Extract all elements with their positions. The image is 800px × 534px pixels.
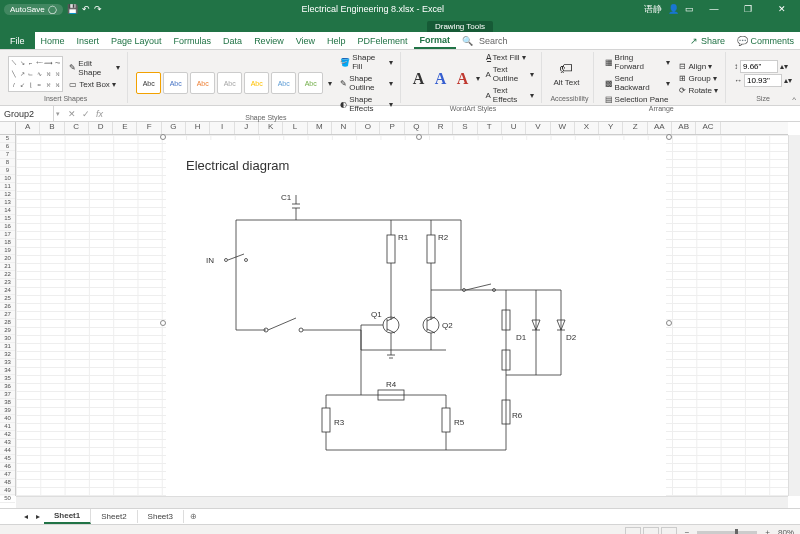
close-button[interactable]: ✕: [768, 4, 796, 14]
maximize-button[interactable]: ❐: [734, 4, 762, 14]
select-all-button[interactable]: [0, 122, 16, 135]
rotate-button[interactable]: ⟳Rotate ▾: [676, 85, 721, 96]
column-header[interactable]: P: [380, 122, 404, 134]
sheet-tab-sheet2[interactable]: Sheet2: [91, 510, 137, 523]
wordart-swatch[interactable]: A: [453, 66, 473, 92]
column-header[interactable]: AC: [696, 122, 720, 134]
row-header[interactable]: 47: [0, 471, 15, 479]
row-header[interactable]: 19: [0, 247, 15, 255]
column-header[interactable]: U: [502, 122, 526, 134]
undo-icon[interactable]: ↶: [82, 4, 90, 14]
column-header[interactable]: M: [308, 122, 332, 134]
send-backward-button[interactable]: ▩Send Backward ▾: [602, 73, 674, 93]
row-header[interactable]: 24: [0, 287, 15, 295]
row-header[interactable]: 8: [0, 159, 15, 167]
row-header[interactable]: 34: [0, 367, 15, 375]
column-header[interactable]: G: [162, 122, 186, 134]
user-avatar-icon[interactable]: 👤: [668, 4, 679, 14]
row-header[interactable]: 12: [0, 191, 15, 199]
zoom-level[interactable]: 80%: [778, 528, 794, 534]
row-header[interactable]: 46: [0, 463, 15, 471]
row-header[interactable]: 44: [0, 447, 15, 455]
row-header[interactable]: 29: [0, 327, 15, 335]
row-header[interactable]: 16: [0, 223, 15, 231]
column-header[interactable]: Q: [405, 122, 429, 134]
normal-view-button[interactable]: [625, 527, 641, 535]
style-swatch[interactable]: Abc: [163, 72, 188, 94]
search-label[interactable]: Search: [479, 36, 508, 46]
row-header[interactable]: 17: [0, 231, 15, 239]
row-header[interactable]: 15: [0, 215, 15, 223]
style-swatch[interactable]: Abc: [298, 72, 323, 94]
row-header[interactable]: 28: [0, 319, 15, 327]
name-box[interactable]: Group2: [0, 106, 54, 121]
fx-icon[interactable]: fx: [96, 109, 103, 119]
cancel-formula-icon[interactable]: ✕: [68, 109, 76, 119]
gallery-more-icon[interactable]: ▾: [326, 79, 334, 88]
text-outline-button[interactable]: AText Outline ▾: [483, 64, 538, 84]
spinner-icon[interactable]: ▴▾: [784, 76, 792, 85]
row-header[interactable]: 7: [0, 151, 15, 159]
column-header[interactable]: E: [113, 122, 137, 134]
tab-home[interactable]: Home: [35, 32, 71, 49]
shape-fill-button[interactable]: 🪣Shape Fill ▾: [337, 52, 395, 72]
column-header[interactable]: B: [40, 122, 64, 134]
column-header[interactable]: S: [453, 122, 477, 134]
row-header[interactable]: 31: [0, 343, 15, 351]
column-header[interactable]: L: [283, 122, 307, 134]
tab-formulas[interactable]: Formulas: [168, 32, 218, 49]
row-header[interactable]: 6: [0, 143, 15, 151]
column-header[interactable]: AA: [648, 122, 672, 134]
zoom-out-button[interactable]: −: [685, 528, 690, 534]
text-fill-button[interactable]: A̲Text Fill ▾: [483, 52, 538, 63]
row-header[interactable]: 36: [0, 383, 15, 391]
text-box-button[interactable]: ▭Text Box ▾: [66, 79, 123, 90]
text-effects-button[interactable]: AText Effects ▾: [483, 85, 538, 105]
page-layout-view-button[interactable]: [643, 527, 659, 535]
spinner-icon[interactable]: ▴▾: [780, 62, 788, 71]
row-header[interactable]: 38: [0, 399, 15, 407]
row-header[interactable]: 9: [0, 167, 15, 175]
autosave-toggle[interactable]: AutoSave ◯: [4, 4, 63, 15]
column-header[interactable]: X: [575, 122, 599, 134]
sheet-nav-next-icon[interactable]: ▸: [32, 512, 44, 521]
row-header[interactable]: 26: [0, 303, 15, 311]
save-icon[interactable]: 💾: [67, 4, 78, 14]
row-header[interactable]: 49: [0, 487, 15, 495]
align-button[interactable]: ⊟Align ▾: [676, 61, 721, 72]
add-sheet-button[interactable]: ⊕: [184, 512, 203, 521]
row-header[interactable]: 20: [0, 255, 15, 263]
zoom-in-button[interactable]: +: [765, 528, 770, 534]
bring-forward-button[interactable]: ▦Bring Forward ▾: [602, 52, 674, 72]
column-header[interactable]: Y: [599, 122, 623, 134]
shape-effects-button[interactable]: ◐Shape Effects ▾: [337, 94, 395, 114]
edit-shape-button[interactable]: ✎Edit Shape ▾: [66, 58, 123, 78]
column-header[interactable]: T: [478, 122, 502, 134]
minimize-button[interactable]: —: [700, 4, 728, 14]
column-header[interactable]: AB: [672, 122, 696, 134]
collapse-ribbon-button[interactable]: ^: [792, 95, 796, 104]
tab-file[interactable]: File: [0, 32, 35, 49]
style-swatch[interactable]: Abc: [244, 72, 269, 94]
style-swatch[interactable]: Abc: [217, 72, 242, 94]
diagram-shape-group[interactable]: Electrical diagram C1 IN R1 R2: [166, 140, 666, 500]
row-header[interactable]: 32: [0, 351, 15, 359]
style-swatch[interactable]: Abc: [190, 72, 215, 94]
resize-handle[interactable]: [666, 320, 672, 326]
row-header[interactable]: 11: [0, 183, 15, 191]
group-button[interactable]: ⊞Group ▾: [676, 73, 721, 84]
column-header[interactable]: K: [259, 122, 283, 134]
wordart-gallery[interactable]: A A A: [409, 66, 473, 92]
shape-height-input[interactable]: [740, 60, 778, 73]
shape-outline-button[interactable]: ✎Shape Outline ▾: [337, 73, 395, 93]
style-swatch[interactable]: Abc: [136, 72, 161, 94]
ribbon-options-icon[interactable]: ▭: [685, 4, 694, 14]
column-header[interactable]: A: [16, 122, 40, 134]
redo-icon[interactable]: ↷: [94, 4, 102, 14]
drawing-tools-tab[interactable]: Drawing Tools: [427, 21, 493, 32]
column-header[interactable]: N: [332, 122, 356, 134]
namebox-dropdown-icon[interactable]: ▾: [54, 110, 62, 118]
shape-width-input[interactable]: [744, 74, 782, 87]
enter-formula-icon[interactable]: ✓: [82, 109, 90, 119]
row-header[interactable]: 42: [0, 431, 15, 439]
